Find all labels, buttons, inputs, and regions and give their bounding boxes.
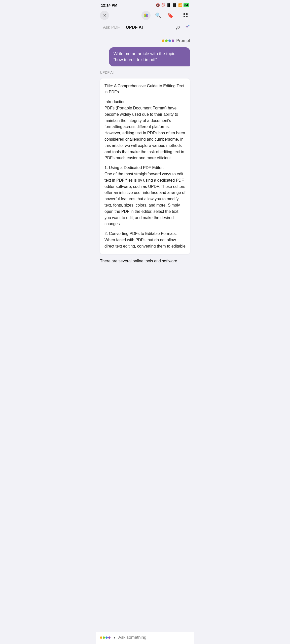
input-dot-blue	[105, 636, 108, 639]
status-bar: 12:14 PM 🔇 ⏰ ▐▌ ▐▌ 📶 64	[96, 0, 194, 9]
sparkle-button[interactable]	[184, 24, 190, 32]
bookmark-button[interactable]: 🔖	[166, 11, 175, 20]
section2-body: When faced with PDFs that do not allow d…	[104, 238, 186, 248]
signal-icon-1: ▐▌	[166, 3, 171, 7]
response-intro: Introduction: PDFs (Portable Document Fo…	[104, 99, 186, 161]
nav-divider	[178, 12, 178, 18]
ai-response: Title: A Comprehensive Guide to Editing …	[100, 78, 190, 254]
svg-rect-4	[184, 13, 185, 15]
dot-purple	[172, 39, 174, 42]
dot-orange	[162, 39, 164, 42]
section1-heading: 1. Using a Dedicated PDF Editor:	[104, 166, 164, 170]
chat-area: Prompt Write me an article with the topi…	[96, 33, 194, 258]
chevron-down-icon: ▾	[114, 635, 115, 639]
user-message: Write me an article with the topic "how …	[109, 47, 190, 66]
search-icon: 🔍	[155, 12, 161, 18]
status-icons: 🔇 ⏰ ▐▌ ▐▌ 📶 64	[156, 3, 189, 7]
input-dots	[100, 636, 111, 639]
dot-blue	[168, 39, 171, 42]
svg-rect-6	[184, 16, 185, 17]
response-section2: 2. Converting PDFs to Editable Formats: …	[104, 231, 186, 249]
brush-icon	[175, 25, 181, 30]
tab-updf-ai[interactable]: UPDF AI	[123, 23, 146, 33]
wifi-icon: 📶	[178, 3, 182, 7]
svg-rect-7	[186, 16, 188, 17]
prompt-dots	[162, 39, 174, 42]
section1-body: One of the most straightforward ways to …	[104, 172, 186, 226]
section2-heading: 2. Converting PDFs to Editable Formats:	[104, 231, 177, 236]
tab-bar: Ask PDF UPDF AI	[96, 22, 194, 33]
intro-heading: Introduction:	[104, 100, 127, 104]
grid-icon	[183, 13, 188, 18]
signal-icon-2: ▐▌	[172, 3, 177, 7]
input-dot-green	[103, 636, 105, 639]
app-logo	[141, 11, 151, 20]
ai-label: UPDF AI	[100, 69, 190, 75]
prompt-header: Prompt	[100, 37, 190, 44]
bottom-input-bar: ▾	[96, 632, 194, 644]
ask-input[interactable]	[118, 635, 190, 640]
updf-logo-icon	[143, 12, 149, 18]
svg-point-3	[146, 15, 148, 17]
close-icon: ✕	[103, 13, 106, 18]
svg-rect-5	[186, 13, 188, 15]
brush-button[interactable]	[175, 25, 181, 31]
intro-body: PDFs (Portable Document Format) have bec…	[104, 106, 185, 160]
search-button[interactable]: 🔍	[154, 11, 163, 20]
chevron-down-button[interactable]: ▾	[113, 635, 116, 639]
alarm-icon: ⏰	[161, 3, 165, 7]
cutoff-text: There are several online tools and softw…	[96, 258, 194, 264]
prompt-label: Prompt	[176, 38, 190, 43]
bookmark-icon: 🔖	[167, 12, 173, 18]
close-button[interactable]: ✕	[100, 11, 109, 20]
input-dot-purple	[108, 636, 111, 639]
battery-icon: 64	[184, 3, 189, 7]
input-dot-orange	[100, 636, 102, 639]
status-time: 12:14 PM	[101, 3, 117, 7]
tab-bar-actions	[175, 24, 190, 32]
sparkle-icon	[184, 24, 190, 30]
dot-green	[165, 39, 168, 42]
top-nav: ✕ 🔍 🔖	[96, 9, 194, 22]
mute-icon: 🔇	[156, 3, 160, 7]
response-section1: 1. Using a Dedicated PDF Editor: One of …	[104, 165, 186, 227]
grid-button[interactable]	[181, 11, 190, 20]
response-title: Title: A Comprehensive Guide to Editing …	[104, 83, 186, 96]
tab-ask-pdf[interactable]: Ask PDF	[100, 23, 123, 33]
